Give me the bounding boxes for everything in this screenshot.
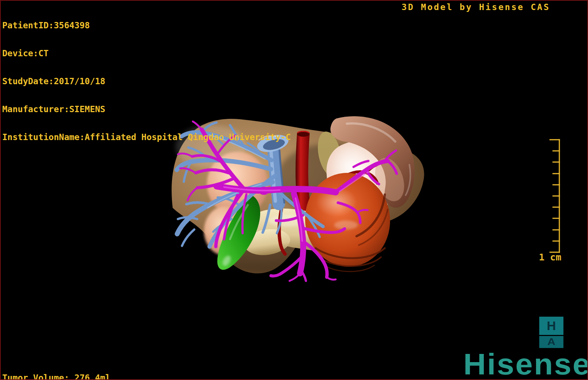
smv-branch bbox=[327, 277, 336, 280]
orientation-letter-head: H bbox=[547, 319, 556, 333]
orientation-letter-anterior: A bbox=[547, 337, 556, 348]
orientation-cube-head-face[interactable]: H bbox=[539, 317, 563, 335]
patient-info-block: PatientID:3564398 Device:CT StudyDate:20… bbox=[2, 2, 291, 161]
tumor-volume-line: Tumor Volume: 276.4ml bbox=[2, 373, 111, 380]
hepatic-vein-branch bbox=[182, 229, 194, 246]
volume-info-block: Tumor Volume: 276.4ml Liver Volume: 897.… bbox=[2, 355, 111, 380]
orientation-cube-anterior-face[interactable]: A bbox=[539, 336, 563, 348]
smv-branch bbox=[290, 273, 300, 281]
device-line: Device:CT bbox=[2, 49, 291, 58]
institution-name-line: InstitutionName:Affiliated Hospital Qing… bbox=[2, 133, 291, 142]
scale-bar bbox=[550, 140, 559, 252]
viewer-window: 1 cm PatientID:3564398 Device:CT StudyDa… bbox=[0, 0, 588, 380]
tumor-highlight bbox=[334, 221, 358, 229]
watermark-text: 3D Model by Hisense CAS bbox=[402, 3, 550, 12]
patient-id-line: PatientID:3564398 bbox=[2, 21, 291, 30]
study-date-line: StudyDate:2017/10/18 bbox=[2, 77, 291, 86]
manufacturer-line: Manufacturer:SIEMENS bbox=[2, 105, 291, 114]
hisense-logo: Hisense bbox=[463, 349, 588, 379]
scale-bar-label: 1 cm bbox=[539, 252, 561, 263]
